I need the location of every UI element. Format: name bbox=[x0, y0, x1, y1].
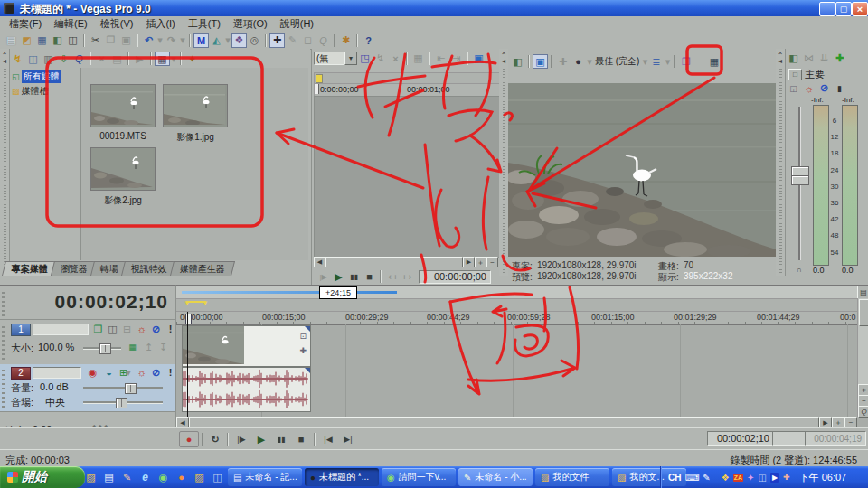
undo-dropdown-icon[interactable]: ▾ bbox=[156, 33, 164, 48]
play-icon[interactable]: ▶ bbox=[251, 432, 271, 446]
slider-knob[interactable] bbox=[116, 398, 127, 408]
track-number[interactable]: 2 bbox=[11, 367, 31, 380]
pause-icon[interactable]: ▮▮ bbox=[271, 432, 291, 446]
downmix-icon[interactable]: ◱ bbox=[786, 81, 801, 96]
menu-help[interactable]: 說明(H) bbox=[275, 16, 319, 32]
cursor-timecode[interactable]: 00:00:02;10 bbox=[707, 431, 774, 446]
pen-input-icon[interactable]: ✎ bbox=[703, 473, 710, 483]
zoom-out-icon[interactable]: − bbox=[486, 257, 498, 267]
trimmer-stop-icon[interactable]: ■ bbox=[362, 269, 377, 284]
import-media-icon[interactable]: ↯ bbox=[10, 52, 25, 66]
get-photo-icon[interactable]: ▥ bbox=[41, 52, 56, 66]
tab-project-media[interactable]: 專案媒體 bbox=[2, 261, 58, 276]
record-icon[interactable]: ● bbox=[179, 431, 199, 447]
track-alpha-icon[interactable]: ▦ bbox=[125, 340, 140, 354]
tray-player-icon[interactable]: ▶ bbox=[770, 473, 779, 483]
open-project-icon[interactable]: ◩ bbox=[19, 33, 34, 48]
task-button-my-documents[interactable]: ▨ 我的文件 bbox=[535, 468, 609, 486]
ql-notepad-icon[interactable]: ▤ bbox=[101, 470, 117, 484]
loop-start-marker-icon[interactable]: ▼ bbox=[184, 299, 191, 307]
menu-view[interactable]: 檢視(V) bbox=[95, 16, 139, 32]
tray-zonealarm-icon[interactable]: ZA bbox=[733, 474, 743, 482]
trimmer-cursor-head[interactable] bbox=[315, 84, 319, 94]
maximize-button[interactable]: ▢ bbox=[835, 2, 852, 16]
video-output-fx-icon[interactable]: ✚ bbox=[555, 54, 571, 69]
track-name-field[interactable] bbox=[33, 367, 81, 379]
media-item-image1[interactable] bbox=[163, 84, 228, 127]
selection-end-timecode[interactable]: 00:00:04;19 bbox=[805, 431, 866, 446]
stop-icon[interactable]: ■ bbox=[291, 432, 311, 446]
event-pan-icon[interactable]: ✚ bbox=[299, 346, 307, 355]
record-arm-icon[interactable]: ◉ bbox=[85, 365, 100, 380]
insert-bus-icon[interactable]: ⋈ bbox=[801, 52, 816, 66]
ql-media-icon[interactable]: ◫ bbox=[210, 470, 225, 484]
fader-lock-icon[interactable]: ∩ bbox=[797, 266, 802, 274]
trimmer-timecode[interactable]: 00:00:00;00 bbox=[419, 270, 491, 284]
mixer-properties-icon[interactable]: ◧ bbox=[786, 52, 801, 66]
external-monitor-icon[interactable]: ▣ bbox=[533, 54, 548, 69]
timeline-top-scrollbar[interactable]: +24;15 bbox=[176, 286, 857, 299]
zoom-tool-corner-icon[interactable]: Q bbox=[858, 406, 868, 418]
slider-knob[interactable] bbox=[125, 383, 137, 394]
trimmer-scrollbar[interactable]: ◀ ▶ ＋ − bbox=[314, 257, 498, 267]
track-name-field[interactable] bbox=[33, 324, 89, 335]
track-motion-icon[interactable]: ◫ bbox=[105, 322, 120, 336]
task-button-notepad[interactable]: ▤ 未命名 - 記... bbox=[228, 468, 302, 486]
task-button-vegas[interactable]: ● 未標題的 *... bbox=[305, 468, 379, 486]
trimmer-workspace[interactable] bbox=[314, 96, 500, 258]
envelope-edit-tool-icon[interactable]: ✎ bbox=[285, 33, 300, 48]
scroll-right-icon[interactable]: ▶ bbox=[463, 257, 475, 267]
trimmer-play-icon[interactable]: ▶ bbox=[331, 269, 346, 284]
zoom-edit-tool-icon[interactable]: Q bbox=[316, 33, 331, 48]
paste-icon[interactable]: ▣ bbox=[118, 33, 134, 48]
open-media-icon[interactable]: ◳ bbox=[357, 52, 373, 66]
event-crop-icon[interactable]: ⊡ bbox=[299, 332, 307, 341]
ql-chrome-icon[interactable]: ◉ bbox=[156, 470, 171, 484]
zoom-in-icon[interactable]: ＋ bbox=[475, 257, 486, 267]
track-fx-icon[interactable]: ☼ bbox=[134, 322, 149, 336]
scroll-thumb[interactable] bbox=[326, 257, 463, 267]
scroll-position-line[interactable] bbox=[182, 291, 397, 294]
save-markers-icon[interactable]: ▦ bbox=[410, 52, 426, 66]
fx-dropdown-icon[interactable]: ▾ bbox=[125, 365, 132, 380]
close-panel-icon[interactable]: × bbox=[3, 49, 7, 57]
tray-key-icon[interactable]: ❖ bbox=[722, 473, 730, 483]
close-button[interactable]: × bbox=[852, 2, 868, 16]
trimmer-preset-dropdown[interactable]: (無 bbox=[314, 52, 344, 65]
auto-ripple-icon[interactable]: ◭ bbox=[209, 33, 224, 48]
undo-icon[interactable]: ↶ bbox=[141, 33, 156, 48]
menu-edit[interactable]: 編輯(E) bbox=[49, 16, 93, 32]
title-bar[interactable]: 未標題的 * - Vegas Pro 9.0 _ ▢ × bbox=[0, 0, 868, 16]
split-screen-dropdown-icon[interactable]: ▾ bbox=[586, 54, 593, 69]
cut-icon[interactable]: ✂ bbox=[88, 33, 103, 48]
create-subclip-icon[interactable]: ↯ bbox=[373, 52, 388, 66]
master-fader[interactable] bbox=[798, 107, 801, 260]
tree-item-media-bins[interactable]: ▨ 媒體槽 bbox=[10, 85, 80, 98]
ql-firefox-icon[interactable]: ● bbox=[174, 470, 189, 484]
slider-knob[interactable] bbox=[99, 343, 111, 354]
ql-folder-icon[interactable]: ▨ bbox=[83, 470, 99, 484]
tab-media-generators[interactable]: 媒體產生器 bbox=[170, 261, 235, 276]
language-indicator[interactable]: CH bbox=[668, 473, 681, 483]
auto-ripple-dropdown-icon[interactable]: ▾ bbox=[224, 33, 231, 48]
track-grip[interactable] bbox=[2, 368, 5, 408]
project-media-dock-strip[interactable]: × ◂ bbox=[0, 49, 10, 276]
quality-dropdown-icon[interactable]: ▾ bbox=[641, 54, 648, 69]
tray-clock[interactable]: 下午 06:07 bbox=[799, 471, 847, 484]
loop-end-marker-icon[interactable]: ▼ bbox=[202, 299, 209, 307]
track-fx-icon[interactable]: ☼ bbox=[134, 365, 149, 380]
go-to-end-icon[interactable]: ▶| bbox=[338, 432, 358, 446]
selection-start-timecode[interactable] bbox=[772, 431, 808, 446]
remove-media-icon[interactable]: × bbox=[94, 52, 109, 66]
ql-paint-icon[interactable]: ✎ bbox=[119, 470, 135, 484]
keyboard-icon[interactable]: ⌨ bbox=[684, 472, 699, 483]
preview-quality-dropdown[interactable]: 最佳 (完全) bbox=[595, 55, 639, 68]
media-fx-icon[interactable]: ✦ bbox=[184, 52, 200, 66]
ql-folder2-icon[interactable]: ▨ bbox=[192, 470, 207, 484]
search-media-icon[interactable]: Q bbox=[71, 52, 87, 66]
capture-video-icon[interactable]: ◫ bbox=[25, 52, 41, 66]
track-automation-icon[interactable]: ⊟ bbox=[119, 322, 135, 336]
track-mute-icon[interactable]: ⊘ bbox=[148, 365, 164, 380]
play-from-start-icon[interactable]: |▶ bbox=[231, 432, 251, 446]
tray-sound-icon[interactable]: ✚ bbox=[783, 473, 790, 482]
